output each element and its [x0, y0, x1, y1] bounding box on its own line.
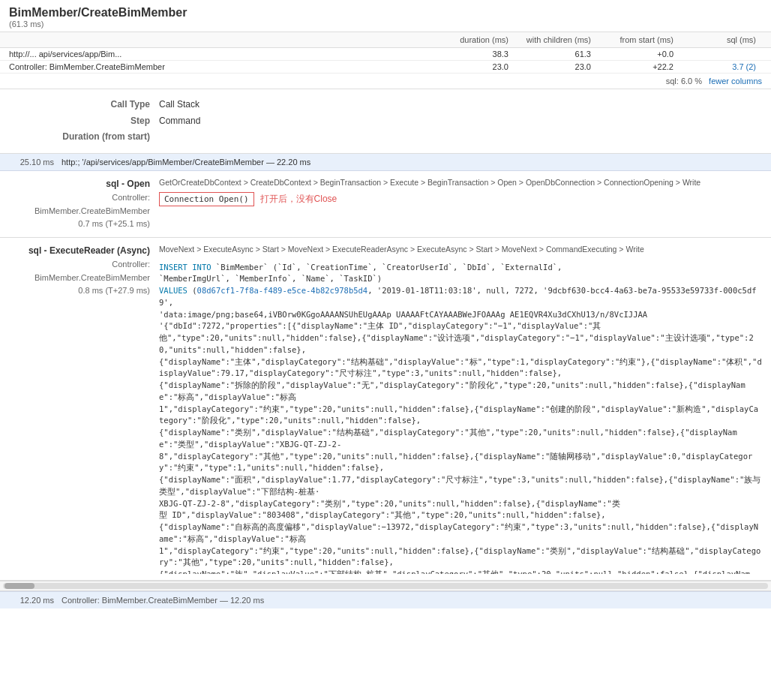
page-header: BimMember/CreateBimMember (61.3 ms): [0, 0, 771, 32]
sql-info: sql: 6.0 % fewer columns: [0, 74, 771, 89]
row-sql-1: 3.7 (2): [680, 62, 762, 71]
entry1-content: GetOrCreateDbContext > CreateDbContext >…: [159, 177, 762, 206]
row-from-start-0: +0.0: [597, 50, 680, 59]
scrollbar-track[interactable]: [3, 583, 768, 589]
meta-keys: Call Type Step Duration (from start): [9, 97, 159, 146]
call-type-key: Call Type: [9, 97, 150, 113]
entry2-timing: 0.8 ms (T+27.9 ms): [9, 284, 150, 298]
connection-annotation: 打开后，没有Close: [260, 193, 338, 206]
row-with-children-0: 61.3: [514, 50, 597, 59]
entry-sql-execute: sql - ExecuteReader (Async) Controller: …: [0, 238, 771, 581]
columns-header: duration (ms) with children (ms) from st…: [0, 32, 771, 48]
bottom-label: Controller: BimMember.CreateBimMember — …: [62, 596, 264, 605]
step-key: Step: [9, 113, 150, 130]
bottom-bar: 12.20 ms Controller: BimMember.CreateBim…: [0, 591, 771, 608]
col-from-start: from start (ms): [597, 35, 680, 44]
entry1-meta: sql - Open Controller: BimMember.CreateB…: [9, 177, 159, 231]
horizontal-scrollbar[interactable]: [0, 581, 771, 591]
meta-section: Call Type Step Duration (from start) Cal…: [0, 89, 771, 154]
entry1-title: sql - Open: [9, 177, 150, 191]
connection-open-label: Connection Open(): [159, 192, 254, 206]
table-row: Controller: BimMember.CreateBimMember 23…: [0, 61, 771, 74]
page-title: BimMember/CreateBimMember: [9, 6, 762, 20]
col-with-children: with children (ms): [514, 35, 597, 44]
sql-pct: sql: 6.0 %: [666, 77, 702, 86]
scrollbar-thumb[interactable]: [4, 583, 34, 589]
table-row: http://... api/services/app/Bim... 38.3 …: [0, 48, 771, 61]
entry2-stack: MoveNext > ExecuteAsync > Start > MoveNe…: [159, 244, 762, 256]
step-val: Command: [159, 116, 200, 126]
row-from-start-1: +22.2: [597, 62, 680, 71]
timeline-url: http:; '/api/services/app/BimMember/Crea…: [62, 158, 762, 167]
entry2-controller: Controller: BimMember.CreateBimMember: [9, 258, 150, 284]
row-with-children-1: 23.0: [514, 62, 597, 71]
entry1-stack: GetOrCreateDbContext > CreateDbContext >…: [159, 177, 762, 189]
row-label-1: Controller: BimMember.CreateBimMember: [9, 62, 432, 71]
timeline-row: 25.10 ms http:; '/api/services/app/BimMe…: [0, 154, 771, 171]
col-duration: duration (ms): [432, 35, 514, 44]
entry1-timing: 0.7 ms (T+25.1 ms): [9, 218, 150, 231]
call-type-val: Call Stack: [159, 99, 200, 110]
page-subtitle: (61.3 ms): [9, 20, 762, 29]
entry-sql-open: sql - Open Controller: BimMember.CreateB…: [0, 171, 771, 238]
row-label-0: http://... api/services/app/Bim...: [9, 50, 432, 59]
entry2-title: sql - ExecuteReader (Async): [9, 244, 150, 258]
entry2-meta: sql - ExecuteReader (Async) Controller: …: [9, 244, 159, 298]
timeline-time: 25.10 ms: [9, 158, 54, 167]
row-duration-1: 23.0: [432, 62, 514, 71]
entry1-controller: Controller: BimMember.CreateBimMember: [9, 191, 150, 218]
entry2-content: MoveNext > ExecuteAsync > Start > MoveNe…: [159, 244, 762, 574]
row-duration-0: 38.3: [432, 50, 514, 59]
bottom-time: 12.20 ms: [9, 596, 54, 605]
duration-key: Duration (from start): [9, 129, 150, 146]
fewer-columns-link[interactable]: fewer columns: [709, 77, 762, 86]
sql-query-text: INSERT INTO `BimMember` (`Id`, `Creation…: [159, 259, 762, 574]
meta-values: Call Stack Command: [159, 97, 762, 146]
col-sql: sql (ms): [680, 35, 762, 44]
